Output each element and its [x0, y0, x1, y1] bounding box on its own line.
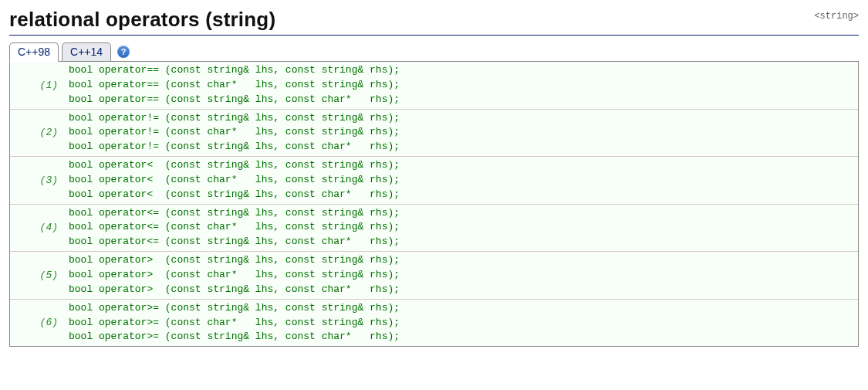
prototype-code: bool operator<= (const string& lhs, cons…	[64, 204, 858, 252]
header: relational operators (string) <string>	[9, 8, 859, 36]
help-icon[interactable]: ?	[117, 46, 130, 58]
prototype-code: bool operator> (const string& lhs, const…	[64, 252, 858, 300]
prototype-group: (2)bool operator!= (const string& lhs, c…	[10, 109, 858, 157]
page-title: relational operators (string)	[9, 8, 275, 32]
prototype-code: bool operator>= (const string& lhs, cons…	[64, 299, 858, 346]
prototype-group: (4)bool operator<= (const string& lhs, c…	[10, 204, 858, 252]
prototype-code: bool operator!= (const string& lhs, cons…	[64, 109, 858, 157]
tab-row: C++98 C++14 ?	[9, 42, 859, 61]
tab-cpp14[interactable]: C++14	[62, 42, 111, 62]
header-scope: <string>	[814, 8, 859, 22]
prototype-number: (6)	[10, 299, 64, 346]
prototype-box: (1)bool operator== (const string& lhs, c…	[9, 61, 859, 347]
prototype-group: (1)bool operator== (const string& lhs, c…	[10, 62, 858, 109]
prototype-group: (5)bool operator> (const string& lhs, co…	[10, 252, 858, 300]
prototype-group: (3)bool operator< (const string& lhs, co…	[10, 157, 858, 205]
prototype-code: bool operator< (const string& lhs, const…	[64, 157, 858, 205]
tab-cpp98[interactable]: C++98	[9, 42, 59, 62]
prototype-code: bool operator== (const string& lhs, cons…	[64, 62, 858, 109]
prototype-number: (5)	[10, 252, 64, 300]
prototype-number: (3)	[10, 157, 64, 205]
prototype-number: (2)	[10, 109, 64, 157]
prototype-group: (6)bool operator>= (const string& lhs, c…	[10, 299, 858, 346]
prototype-table: (1)bool operator== (const string& lhs, c…	[10, 62, 858, 346]
prototype-number: (1)	[10, 62, 64, 109]
prototype-number: (4)	[10, 204, 64, 252]
